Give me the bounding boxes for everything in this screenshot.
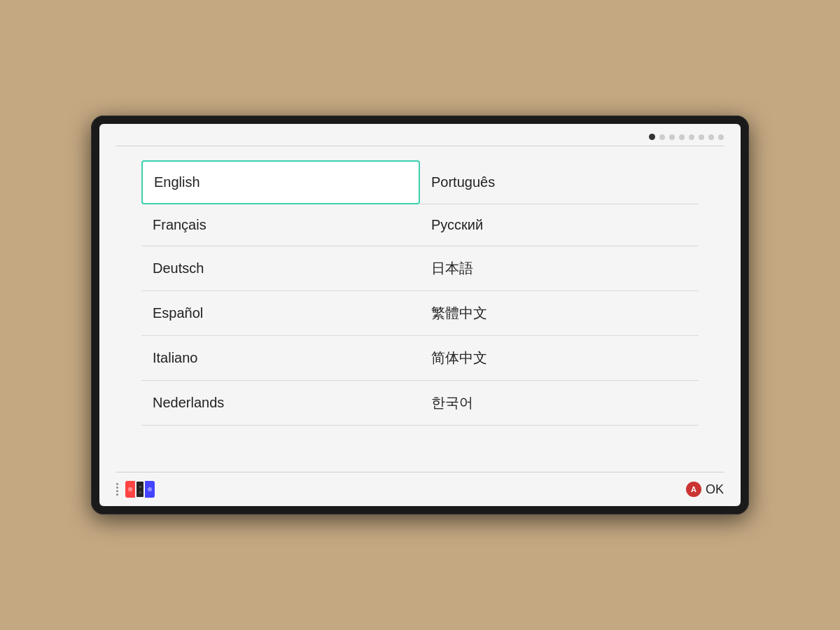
switch-icon — [125, 481, 155, 498]
language-francais[interactable]: Français — [141, 204, 420, 246]
decoration-dots — [116, 483, 118, 496]
language-deutsch[interactable]: Deutsch — [141, 246, 420, 291]
joycon-dot-2 — [139, 491, 141, 493]
language-nederlands[interactable]: Nederlands — [141, 381, 420, 426]
dot-1 — [649, 134, 655, 140]
dot-6 — [699, 134, 704, 140]
mini-dot-4 — [116, 493, 118, 496]
language-japanese[interactable]: 日本語 — [420, 246, 699, 291]
dot-7 — [708, 134, 714, 140]
dot-4 — [679, 134, 685, 140]
svg-point-1 — [148, 487, 152, 491]
mini-dot-3 — [116, 490, 118, 492]
language-italiano[interactable]: Italiano — [141, 336, 420, 381]
dot-2 — [659, 134, 665, 140]
bottom-bar: A OK — [99, 472, 741, 506]
language-simplified-chinese[interactable]: 简体中文 — [420, 336, 699, 381]
mini-dot-2 — [116, 486, 118, 489]
dot-3 — [669, 134, 675, 140]
device-frame: English Português Français Русский Deuts… — [91, 115, 749, 514]
mini-dot-1 — [116, 483, 118, 485]
language-russian[interactable]: Русский — [420, 204, 699, 246]
joycon-left — [125, 481, 135, 498]
language-grid: English Português Français Русский Deuts… — [99, 146, 741, 472]
joycon-center — [136, 482, 144, 497]
ok-button[interactable]: A OK — [686, 482, 724, 497]
language-espanol[interactable]: Español — [141, 291, 420, 336]
dot-8 — [718, 134, 724, 140]
screen: English Português Français Русский Deuts… — [99, 124, 741, 506]
joycon-dot-1 — [139, 486, 141, 488]
language-korean[interactable]: 한국어 — [420, 381, 699, 426]
language-portugues[interactable]: Português — [420, 160, 699, 204]
ok-label: OK — [706, 482, 724, 497]
svg-point-0 — [128, 487, 132, 491]
switch-logo — [116, 481, 155, 498]
language-traditional-chinese[interactable]: 繁體中文 — [420, 291, 699, 336]
dot-5 — [689, 134, 694, 140]
language-english[interactable]: English — [141, 160, 420, 204]
a-button-icon: A — [686, 482, 701, 497]
joycon-right — [145, 481, 155, 498]
progress-dots — [99, 124, 741, 146]
